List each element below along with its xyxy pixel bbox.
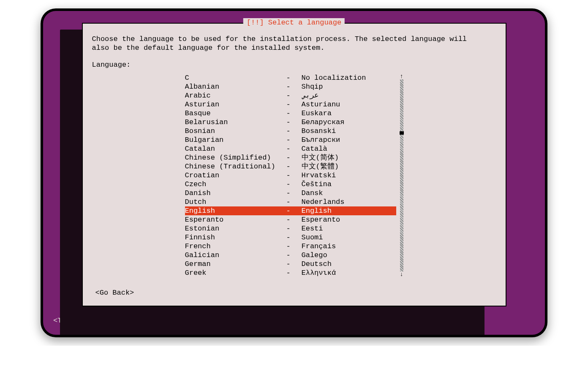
language-native-name: عربي: [302, 91, 396, 100]
language-row[interactable]: Czech- Čeština: [185, 180, 396, 189]
language-row[interactable]: Finnish- Suomi: [185, 233, 396, 242]
language-row[interactable]: Belarusian- Беларуская: [185, 118, 396, 127]
language-native-name: Català: [302, 144, 396, 153]
language-row[interactable]: Dutch- Nederlands: [185, 198, 396, 206]
language-row[interactable]: Chinese (Traditional)- 中文(繁體): [185, 162, 396, 171]
language-row[interactable]: Greek- Ελληνικά: [185, 268, 396, 277]
dash-separator: -: [286, 242, 302, 251]
language-english-name: German: [185, 260, 286, 268]
language-english-name: Bosnian: [185, 127, 286, 136]
language-native-name: Suomi: [302, 233, 396, 242]
language-native-name: Hrvatski: [302, 171, 396, 180]
dash-separator: -: [286, 144, 302, 153]
language-native-name: Asturianu: [302, 100, 396, 109]
language-row[interactable]: Esperanto- Esperanto: [185, 215, 396, 224]
language-row[interactable]: English- English: [185, 206, 396, 215]
dash-separator: -: [286, 109, 302, 118]
language-english-name: Dutch: [185, 198, 286, 206]
language-english-name: Chinese (Traditional): [185, 162, 286, 171]
dash-separator: -: [286, 198, 302, 206]
language-native-name: Galego: [302, 251, 396, 260]
language-native-name: No localization: [302, 73, 396, 82]
language-row[interactable]: Asturian- Asturianu: [185, 100, 396, 109]
dash-separator: -: [286, 100, 302, 109]
language-english-name: Finnish: [185, 233, 286, 242]
language-row[interactable]: Basque- Euskara: [185, 109, 396, 118]
language-row[interactable]: Bosnian- Bosanski: [185, 127, 396, 136]
language-english-name: Galician: [185, 251, 286, 260]
language-native-name: Ελληνικά: [302, 268, 396, 277]
dash-separator: -: [286, 206, 302, 215]
language-english-name: English: [185, 206, 286, 215]
language-english-name: Chinese (Simplified): [185, 153, 286, 162]
dash-separator: -: [286, 251, 302, 260]
language-native-name: Français: [302, 242, 396, 251]
language-native-name: Euskara: [302, 109, 396, 118]
language-row[interactable]: Bulgarian- Български: [185, 136, 396, 144]
dash-separator: -: [286, 233, 302, 242]
language-native-name: 中文(繁體): [302, 162, 396, 171]
language-native-name: Deutsch: [302, 260, 396, 268]
dash-separator: -: [286, 189, 302, 198]
scrollbar-track[interactable]: [400, 79, 403, 271]
dash-separator: -: [286, 136, 302, 144]
dash-separator: -: [286, 215, 302, 224]
dash-separator: -: [286, 73, 302, 82]
scrollbar-thumb[interactable]: [400, 131, 404, 135]
language-row[interactable]: Albanian- Shqip: [185, 82, 396, 91]
language-native-name: Shqip: [302, 82, 396, 91]
language-row[interactable]: Danish- Dansk: [185, 189, 396, 198]
language-row[interactable]: Galician- Galego: [185, 251, 396, 260]
language-list-area: C- No localizationAlbanian- ShqipArabic-…: [185, 73, 405, 277]
scroll-up-icon[interactable]: ↑: [400, 73, 403, 79]
dash-separator: -: [286, 268, 302, 277]
language-english-name: Asturian: [185, 100, 286, 109]
language-row[interactable]: C- No localization: [185, 73, 396, 82]
language-english-name: Basque: [185, 109, 286, 118]
language-list[interactable]: C- No localizationAlbanian- ShqipArabic-…: [185, 73, 396, 277]
language-native-name: Dansk: [302, 189, 396, 198]
dash-separator: -: [286, 171, 302, 180]
language-native-name: Čeština: [302, 180, 396, 189]
language-row[interactable]: Chinese (Simplified)- 中文(简体): [185, 153, 396, 162]
language-native-name: Esperanto: [302, 215, 396, 224]
dash-separator: -: [286, 180, 302, 189]
language-native-name: English: [302, 206, 396, 215]
language-native-name: Nederlands: [302, 198, 396, 206]
language-native-name: Eesti: [302, 224, 396, 233]
language-row[interactable]: Croatian- Hrvatski: [185, 171, 396, 180]
language-native-name: Bosanski: [302, 127, 396, 136]
language-english-name: Czech: [185, 180, 286, 189]
scroll-down-icon[interactable]: ↓: [400, 271, 403, 277]
window-frame: [!!] Select a language Choose the langua…: [41, 8, 547, 337]
language-row[interactable]: Estonian- Eesti: [185, 224, 396, 233]
language-native-name: 中文(简体): [302, 153, 396, 162]
language-english-name: Croatian: [185, 171, 286, 180]
scrollbar[interactable]: ↑ ↓: [399, 73, 405, 277]
language-label: Language:: [92, 60, 496, 69]
language-english-name: Arabic: [185, 91, 286, 100]
language-row[interactable]: Arabic- عربي: [185, 91, 396, 100]
dash-separator: -: [286, 153, 302, 162]
language-row[interactable]: French- Français: [185, 242, 396, 251]
language-native-name: Български: [302, 136, 396, 144]
dash-separator: -: [286, 91, 302, 100]
language-english-name: Bulgarian: [185, 136, 286, 144]
language-english-name: Danish: [185, 189, 286, 198]
dash-separator: -: [286, 260, 302, 268]
language-dialog: [!!] Select a language Choose the langua…: [82, 23, 506, 306]
language-english-name: Esperanto: [185, 215, 286, 224]
dialog-title: [!!] Select a language: [243, 18, 345, 27]
language-english-name: Belarusian: [185, 118, 286, 127]
language-row[interactable]: Catalan- Català: [185, 144, 396, 153]
language-english-name: Greek: [185, 268, 286, 277]
dash-separator: -: [286, 127, 302, 136]
language-english-name: French: [185, 242, 286, 251]
language-native-name: Беларуская: [302, 118, 396, 127]
console-background: [!!] Select a language Choose the langua…: [43, 11, 545, 335]
language-row[interactable]: German- Deutsch: [185, 260, 396, 268]
dash-separator: -: [286, 224, 302, 233]
go-back-button[interactable]: <Go Back>: [95, 288, 134, 297]
language-english-name: Catalan: [185, 144, 286, 153]
dash-separator: -: [286, 118, 302, 127]
